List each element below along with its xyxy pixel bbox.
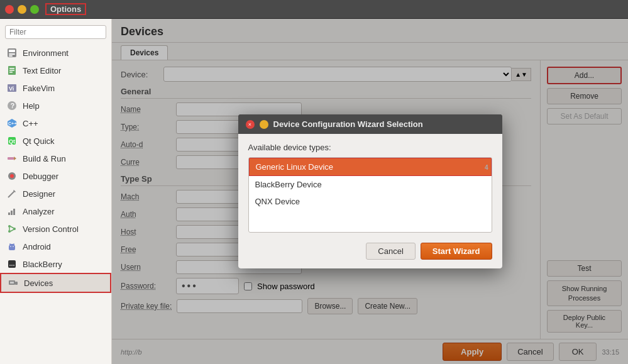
sidebar-label-build-run: Build & Run bbox=[23, 154, 66, 163]
dialog: × Device Configuration Wizard Selection … bbox=[238, 114, 502, 268]
svg-point-26 bbox=[8, 230, 11, 233]
dialog-title: Device Configuration Wizard Selection bbox=[273, 119, 423, 129]
svg-line-30 bbox=[11, 229, 14, 231]
svg-rect-7 bbox=[9, 72, 13, 73]
title-bar: Options bbox=[0, 0, 628, 19]
svg-point-25 bbox=[8, 225, 11, 228]
svg-text:?: ? bbox=[11, 102, 15, 109]
devices-icon bbox=[8, 277, 19, 289]
sidebar-item-cpp[interactable]: C++ C++ bbox=[0, 114, 111, 132]
version-control-icon bbox=[6, 223, 18, 234]
cpp-icon: C++ bbox=[6, 118, 18, 129]
sidebar-item-debugger[interactable]: Debugger bbox=[0, 167, 111, 185]
sidebar-item-version-control[interactable]: Version Control bbox=[0, 220, 111, 238]
sidebar-label-version-control: Version Control bbox=[23, 224, 79, 234]
svg-rect-22 bbox=[8, 212, 10, 215]
device-type-blackberry-label: BlackBerry Device bbox=[255, 180, 322, 189]
help-icon: ? bbox=[6, 100, 18, 111]
debugger-icon bbox=[6, 170, 18, 182]
svg-marker-17 bbox=[14, 157, 16, 160]
svg-rect-39 bbox=[11, 265, 13, 266]
svg-rect-23 bbox=[11, 211, 13, 215]
sidebar-item-environment[interactable]: Environment bbox=[0, 44, 111, 62]
sidebar-item-qt-quick[interactable]: Qt Qt Quick bbox=[0, 132, 111, 150]
device-type-list: Generic Linux Device 4 BlackBerry Device… bbox=[248, 157, 492, 233]
text-editor-icon bbox=[6, 65, 18, 76]
dialog-footer: Cancel Start Wizard bbox=[248, 240, 492, 260]
svg-point-19 bbox=[10, 174, 14, 178]
device-type-blackberry[interactable]: BlackBerry Device bbox=[249, 176, 492, 193]
dialog-titlebar: × Device Configuration Wizard Selection bbox=[238, 114, 502, 134]
dialog-cancel-button[interactable]: Cancel bbox=[366, 243, 415, 260]
sidebar-item-help[interactable]: ? Help bbox=[0, 97, 111, 114]
svg-rect-37 bbox=[8, 260, 16, 268]
svg-rect-43 bbox=[10, 282, 14, 284]
close-button[interactable] bbox=[5, 5, 14, 14]
svg-rect-38 bbox=[9, 265, 11, 266]
sidebar-item-build-run[interactable]: Build & Run bbox=[0, 150, 111, 167]
svg-rect-1 bbox=[9, 50, 15, 52]
sidebar-label-debugger: Debugger bbox=[23, 172, 58, 181]
svg-rect-6 bbox=[9, 70, 14, 71]
qt-quick-icon: Qt bbox=[6, 135, 18, 146]
dialog-body: Available device types: Generic Linux De… bbox=[238, 134, 502, 268]
svg-rect-16 bbox=[8, 157, 14, 160]
device-type-generic-linux-label: Generic Linux Device bbox=[256, 162, 334, 172]
svg-rect-34 bbox=[10, 244, 14, 246]
sidebar-item-text-editor[interactable]: Text Editor bbox=[0, 62, 111, 79]
dialog-overlay: × Device Configuration Wizard Selection … bbox=[112, 19, 628, 364]
sidebar-label-blackberry: BlackBerry bbox=[23, 260, 62, 269]
svg-rect-2 bbox=[9, 53, 15, 55]
sidebar-item-blackberry[interactable]: BlackBerry bbox=[0, 255, 111, 273]
sidebar-label-environment: Environment bbox=[23, 48, 69, 58]
svg-point-35 bbox=[10, 246, 11, 247]
sidebar-label-devices: Devices bbox=[24, 279, 53, 288]
svg-line-20 bbox=[8, 191, 14, 197]
svg-point-36 bbox=[13, 246, 14, 247]
sidebar-label-android: Android bbox=[23, 242, 51, 251]
window-controls bbox=[5, 5, 39, 14]
sidebar-label-qt-quick: Qt Quick bbox=[23, 136, 55, 146]
sidebar-label-cpp: C++ bbox=[23, 119, 38, 128]
svg-line-29 bbox=[11, 226, 14, 228]
svg-rect-24 bbox=[13, 209, 15, 215]
sidebar-item-designer[interactable]: Designer bbox=[0, 185, 111, 202]
environment-icon bbox=[6, 47, 18, 58]
annotation-4: 4 bbox=[485, 163, 488, 170]
dialog-subtitle: Available device types: bbox=[248, 143, 492, 152]
main-container: Environment Text Editor Vi FakeVim ? Hel… bbox=[0, 19, 628, 364]
device-type-qnx-label: QNX Device bbox=[255, 197, 300, 206]
svg-rect-42 bbox=[15, 282, 18, 285]
sidebar-item-fakevim[interactable]: Vi FakeVim bbox=[0, 79, 111, 97]
blackberry-icon bbox=[6, 258, 18, 270]
svg-rect-3 bbox=[9, 55, 13, 57]
svg-text:Qt: Qt bbox=[9, 138, 15, 145]
sidebar-label-help: Help bbox=[23, 101, 40, 111]
sidebar-item-android[interactable]: Android bbox=[0, 238, 111, 255]
svg-rect-5 bbox=[9, 68, 14, 69]
dialog-min-button[interactable] bbox=[260, 120, 268, 129]
sidebar: Environment Text Editor Vi FakeVim ? Hel… bbox=[0, 19, 112, 364]
svg-text:Vi: Vi bbox=[9, 85, 14, 92]
dialog-close-button[interactable]: × bbox=[246, 120, 255, 129]
designer-icon bbox=[6, 188, 18, 199]
device-type-qnx[interactable]: QNX Device bbox=[249, 193, 492, 210]
build-run-icon bbox=[6, 153, 18, 164]
sidebar-item-devices[interactable]: Devices bbox=[0, 273, 111, 293]
analyzer-icon bbox=[6, 206, 18, 217]
sidebar-label-analyzer: Analyzer bbox=[23, 207, 55, 216]
svg-text:C++: C++ bbox=[8, 121, 16, 126]
filter-input[interactable] bbox=[5, 25, 106, 39]
device-type-generic-linux[interactable]: Generic Linux Device 4 bbox=[249, 158, 492, 176]
sidebar-label-fakevim: FakeVim bbox=[23, 84, 55, 93]
window-title: Options bbox=[45, 3, 86, 15]
android-icon bbox=[6, 241, 18, 252]
sidebar-label-designer: Designer bbox=[23, 189, 55, 199]
minimize-button[interactable] bbox=[18, 5, 26, 14]
sidebar-item-analyzer[interactable]: Analyzer bbox=[0, 202, 111, 220]
content-area: Devices Devices Device: ▲▼ General bbox=[112, 19, 628, 364]
dialog-start-wizard-button[interactable]: Start Wizard bbox=[421, 243, 492, 260]
sidebar-label-text-editor: Text Editor bbox=[23, 66, 61, 75]
fakevim-icon: Vi bbox=[6, 82, 18, 94]
maximize-button[interactable] bbox=[30, 5, 39, 14]
